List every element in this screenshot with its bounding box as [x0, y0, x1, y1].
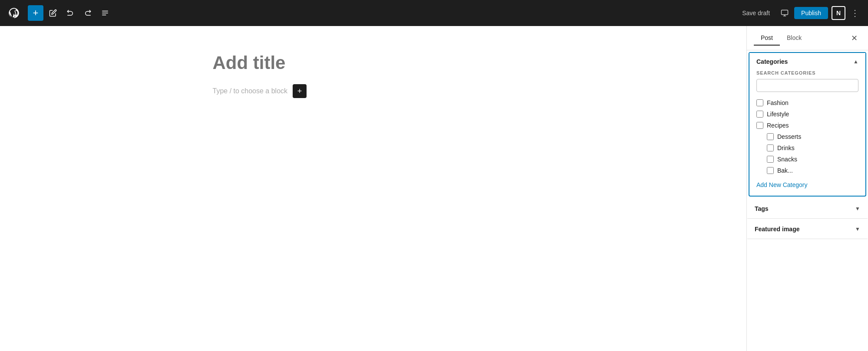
sidebar-tabs: Post Block [754, 31, 809, 46]
post-title-input[interactable] [213, 52, 534, 74]
category-label-recipes[interactable]: Recipes [767, 122, 789, 129]
sidebar: Post Block ✕ Categories ▲ SEARCH CATEGOR… [746, 26, 868, 351]
category-checkbox-recipes[interactable] [756, 122, 763, 129]
category-checkbox-snacks[interactable] [767, 156, 774, 163]
categories-panel: Categories ▲ SEARCH CATEGORIES Fashion L… [749, 52, 866, 197]
main-layout: Type / to choose a block + Post Block ✕ … [0, 26, 868, 351]
category-item-fashion: Fashion [756, 97, 858, 108]
add-block-button[interactable]: + [28, 5, 43, 21]
save-draft-button[interactable]: Save draft [737, 7, 775, 19]
tab-block[interactable]: Block [780, 31, 809, 46]
editor-area: Type / to choose a block + [0, 26, 746, 351]
categories-chevron-icon: ▲ [853, 59, 858, 65]
category-label-desserts[interactable]: Desserts [777, 133, 801, 140]
tab-post[interactable]: Post [754, 31, 780, 46]
sidebar-close-button[interactable]: ✕ [847, 31, 861, 45]
category-item-drinks: Drinks [756, 142, 858, 154]
tags-chevron-icon: ▼ [855, 206, 860, 212]
tags-panel: Tags ▼ [747, 198, 868, 219]
category-checkbox-baking[interactable] [767, 167, 774, 174]
category-checkbox-fashion[interactable] [756, 99, 763, 106]
category-item-lifestyle: Lifestyle [756, 108, 858, 120]
block-area: Type / to choose a block + [213, 84, 534, 98]
view-button[interactable] [777, 5, 792, 21]
sidebar-header: Post Block ✕ [747, 26, 868, 50]
more-options-button[interactable]: ⋮ [847, 5, 863, 21]
search-categories-label: SEARCH CATEGORIES [756, 70, 858, 75]
undo-button[interactable] [63, 5, 78, 21]
add-block-inline-button[interactable]: + [293, 84, 307, 98]
block-placeholder: Type / to choose a block [213, 87, 288, 95]
publish-button[interactable]: Publish [794, 7, 828, 19]
sidebar-body: Categories ▲ SEARCH CATEGORIES Fashion L… [747, 50, 868, 351]
tags-panel-header[interactable]: Tags ▼ [748, 199, 867, 218]
tags-panel-title: Tags [755, 205, 769, 212]
redo-button[interactable] [80, 5, 96, 21]
details-button[interactable] [97, 5, 113, 21]
category-item-recipes: Recipes [756, 120, 858, 131]
search-categories-input[interactable] [756, 79, 858, 92]
svg-rect-3 [782, 10, 788, 15]
category-label-baking[interactable]: Bak... [777, 167, 793, 174]
category-label-snacks[interactable]: Snacks [777, 156, 797, 163]
category-label-fashion[interactable]: Fashion [767, 99, 789, 106]
categories-panel-title: Categories [756, 58, 788, 65]
category-item-desserts: Desserts [756, 131, 858, 142]
category-checkbox-drinks[interactable] [767, 144, 774, 151]
category-list: Fashion Lifestyle Recipes Desserts [756, 97, 858, 176]
categories-panel-body: SEARCH CATEGORIES Fashion Lifestyle [749, 70, 865, 196]
category-checkbox-lifestyle[interactable] [756, 111, 763, 118]
featured-image-panel-header[interactable]: Featured image ▼ [748, 220, 867, 239]
user-avatar[interactable]: N [832, 6, 845, 20]
category-label-lifestyle[interactable]: Lifestyle [767, 111, 789, 118]
wp-logo[interactable] [5, 4, 23, 22]
edit-button[interactable] [45, 5, 61, 21]
toolbar: + Save draft Publish N ⋮ [0, 0, 868, 26]
featured-image-chevron-icon: ▼ [855, 226, 860, 232]
category-item-snacks: Snacks [756, 154, 858, 165]
categories-panel-header[interactable]: Categories ▲ [749, 53, 865, 70]
category-label-drinks[interactable]: Drinks [777, 144, 795, 151]
featured-image-panel-title: Featured image [755, 226, 799, 233]
editor-content: Type / to choose a block + [213, 52, 534, 98]
add-new-category-button[interactable]: Add New Category [756, 181, 808, 188]
featured-image-panel: Featured image ▼ [747, 219, 868, 239]
category-item-baking: Bak... [756, 165, 858, 176]
category-checkbox-desserts[interactable] [767, 133, 774, 140]
